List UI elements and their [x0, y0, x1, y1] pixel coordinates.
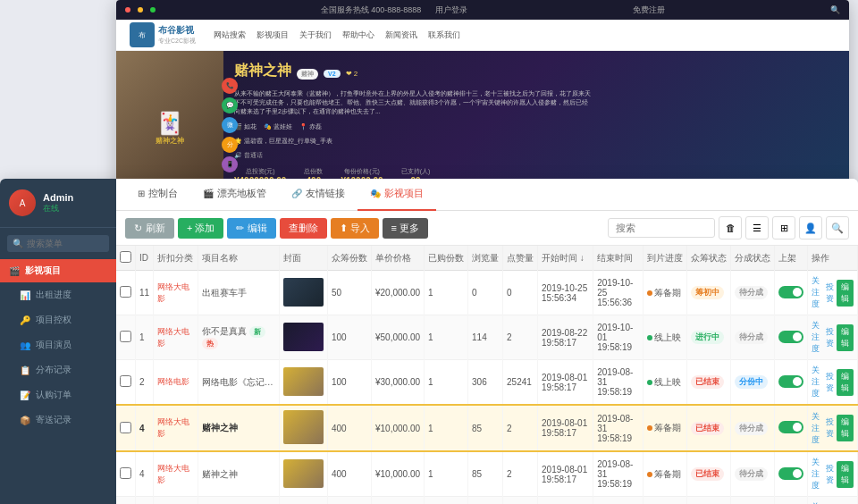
td-cover: [279, 315, 327, 360]
tab-movies[interactable]: 🎭 影视项目: [358, 179, 436, 211]
sidebar-search[interactable]: 🔍: [7, 235, 109, 252]
row-checkbox[interactable]: [120, 467, 131, 479]
bg-main-menu: 网站搜索 影视项目 关于我们 帮助中心 新闻资讯 联系我们: [214, 29, 460, 41]
delete-button[interactable]: 查删除: [280, 218, 327, 239]
sidebar-item-orders[interactable]: 📝 认购订单: [0, 382, 116, 407]
bg-nav-dot-yellow: [138, 7, 143, 13]
td-price: ¥30,000.00: [371, 360, 424, 406]
edit-button[interactable]: ✏ 编辑: [227, 218, 275, 239]
bg-hero-desc: 从来不输的赌王大阿泰乘（蓝赌神），打鱼季时意外在上界的外星人入侵考的赌神排十三，…: [234, 89, 592, 115]
invest-btn[interactable]: 投资: [826, 416, 834, 440]
tab-floor[interactable]: 🎬 漂亮地板管: [190, 179, 279, 211]
sidebar-item-rights-label: 项目控权: [36, 314, 72, 326]
td-start: 2019-08-22 19:58:17: [538, 315, 593, 360]
view-btn[interactable]: 关注度: [812, 275, 823, 310]
td-progress: 筹备期: [643, 405, 686, 451]
select-all-checkbox[interactable]: [120, 251, 131, 263]
td-cover: [279, 451, 327, 497]
bg-sidebar-buttons: 📞 💬 微 分 📱: [222, 78, 238, 172]
sidebar-item-shipping[interactable]: 📦 寄送记录: [0, 407, 116, 433]
crowd-status-badge: 已结束: [691, 375, 724, 389]
invest-btn[interactable]: 投资: [826, 281, 834, 305]
edit-btn[interactable]: 编辑: [837, 415, 854, 441]
orders-icon: 📝: [20, 391, 30, 400]
row-checkbox[interactable]: [120, 331, 131, 342]
invest-btn[interactable]: 投资: [826, 326, 834, 349]
td-points: 150: [327, 497, 371, 505]
import-button[interactable]: ⬆ 导入: [331, 218, 379, 239]
row-checkbox[interactable]: [120, 286, 131, 298]
sidebar-item-progress[interactable]: 📊 出租进度: [0, 282, 116, 307]
tab-dashboard[interactable]: ⊞ 控制台: [125, 179, 190, 211]
tab-links-label: 友情链接: [306, 187, 345, 200]
edit-btn[interactable]: 编辑: [837, 369, 854, 396]
td-share-status: 待分成: [730, 497, 774, 505]
invest-btn[interactable]: 投资: [826, 371, 834, 394]
category-tag[interactable]: 网络大电影: [157, 327, 189, 348]
td-likes: 2: [503, 405, 538, 451]
view-btn[interactable]: 关注度: [812, 365, 823, 399]
bg-hero-likes: ❤ 2: [346, 70, 358, 78]
tab-dashboard-label: 控制台: [148, 187, 178, 200]
user-manage-btn[interactable]: 👤: [799, 216, 822, 239]
td-name: 赌神之神: [198, 405, 279, 451]
view-btn[interactable]: 关注度: [812, 411, 823, 446]
td-toggle: [774, 497, 807, 505]
more-button[interactable]: ≡ 更多: [383, 218, 428, 239]
toggle-switch[interactable]: [778, 375, 803, 388]
invest-btn[interactable]: 投资: [826, 463, 834, 486]
td-purchased: 1: [425, 315, 468, 360]
bg-hero-play: 📍 赤磊: [299, 122, 322, 131]
search-input[interactable]: [608, 218, 715, 238]
columns-btn[interactable]: ⊞: [772, 216, 795, 239]
td-id: 5: [136, 497, 154, 505]
category-tag[interactable]: 网络大电影: [157, 464, 189, 484]
bg-header: 布 布谷影视 专业C2C影视 网站搜索 影视项目 关于我们 帮助中心 新闻资讯 …: [116, 20, 849, 51]
view-btn[interactable]: 关注度: [812, 457, 823, 491]
td-cover: [279, 271, 327, 315]
bg-hero-director: 🎭 蓝娃娃: [264, 122, 292, 131]
search-input[interactable]: [27, 239, 104, 248]
bg-website-preview: 全国服务热线 400-888-8888 用户登录 免费注册 🔍 布 布谷影视 专…: [116, 0, 849, 206]
td-toggle: [774, 405, 807, 451]
td-category: 网络大电影: [154, 271, 198, 315]
sidebar-item-shipping-label: 寄送记录: [36, 414, 72, 426]
td-progress: 线上映: [643, 497, 686, 505]
td-category: 网络电影: [154, 360, 198, 406]
movies-tab-icon: 🎭: [370, 189, 381, 198]
sidebar-item-actors-label: 项目演员: [36, 339, 72, 351]
edit-btn[interactable]: 编辑: [837, 461, 854, 488]
sidebar-item-rights[interactable]: 🔑 项目控权: [0, 307, 116, 332]
sidebar-item-distribution[interactable]: 📋 分布记录: [0, 357, 116, 382]
progress-icon: 📊: [20, 290, 30, 300]
category-tag[interactable]: 网络电影: [157, 377, 189, 386]
toggle-switch[interactable]: [778, 467, 803, 480]
row-checkbox[interactable]: [120, 375, 131, 387]
td-price: ¥20,000.00: [371, 271, 424, 315]
add-button[interactable]: + 添加: [178, 218, 223, 239]
edit-btn[interactable]: 编辑: [837, 280, 854, 307]
category-tag[interactable]: 网络大电影: [157, 282, 189, 303]
top-tabs: ⊞ 控制台 🎬 漂亮地板管 🔗 友情链接 🎭 影视项目: [116, 179, 858, 211]
tab-links[interactable]: 🔗 友情链接: [279, 179, 358, 211]
toggle-switch[interactable]: [778, 421, 803, 433]
td-crowd-status: 已结束: [686, 405, 730, 451]
view-btn[interactable]: 关注度: [812, 320, 823, 355]
sidebar-item-movies[interactable]: 🎬 影视项目: [0, 259, 116, 282]
toggle-switch[interactable]: [778, 331, 803, 343]
td-checkbox: [116, 271, 136, 315]
row-checkbox[interactable]: [120, 422, 131, 433]
list-view-btn[interactable]: ☰: [745, 216, 769, 239]
search-btn[interactable]: 🔍: [826, 216, 849, 239]
add-label: + 添加: [187, 222, 214, 235]
td-end: 2019-08-31 19:58:19: [593, 360, 643, 406]
td-toggle: [774, 451, 807, 497]
toggle-switch[interactable]: [778, 286, 803, 298]
delete-icon-btn[interactable]: 🗑: [719, 216, 742, 239]
bg-nav-login: 用户登录: [435, 4, 467, 16]
thumb-image: [283, 410, 324, 444]
edit-btn[interactable]: 编辑: [837, 324, 854, 351]
category-tag[interactable]: 网络大电影: [157, 417, 189, 438]
sidebar-item-actors[interactable]: 👥 项目演员: [0, 332, 116, 357]
refresh-button[interactable]: ↻ 刷新: [125, 218, 174, 239]
